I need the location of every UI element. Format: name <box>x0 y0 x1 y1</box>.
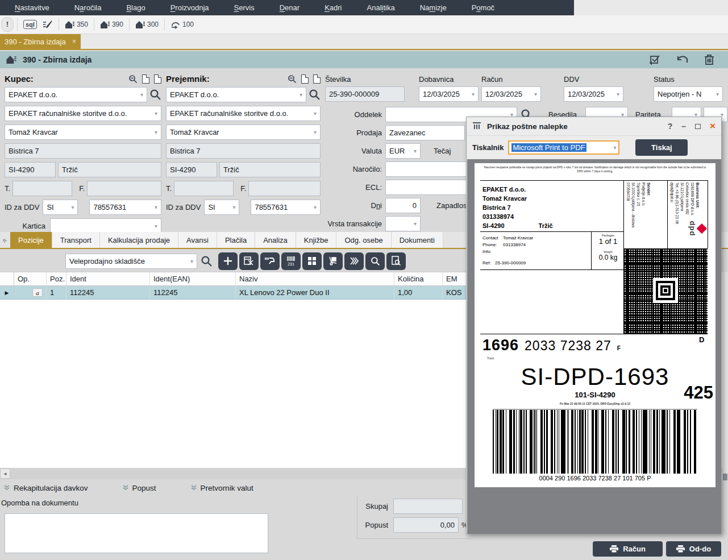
grid-view-button[interactable] <box>302 252 322 270</box>
print-oddo-button[interactable]: Od-do <box>666 541 721 557</box>
warehouse-390-button[interactable]: 390 <box>98 17 126 32</box>
status-combo[interactable]: Nepotrjen - N <box>654 86 723 102</box>
tab-placila[interactable]: Plačila <box>217 232 255 248</box>
alert-button[interactable]: ! <box>1 17 14 32</box>
undo-icon[interactable] <box>676 55 689 65</box>
search-icon[interactable] <box>149 89 161 101</box>
zoom-search-icon[interactable] <box>128 74 138 84</box>
col-op[interactable]: Op. <box>14 272 47 286</box>
prejemnik-contact-combo[interactable]: Tomaž Kravcar <box>166 125 321 140</box>
exchange-100-button[interactable]: 100 <box>168 17 196 32</box>
tab-odg-osebe[interactable]: Odg. osebe <box>336 232 391 248</box>
cell-op[interactable]: a <box>14 286 47 300</box>
vertical-scrollbar[interactable] <box>722 272 728 479</box>
cell-ident[interactable]: 112245 <box>66 286 150 300</box>
popust-field[interactable]: 0,00 <box>393 517 459 533</box>
prejemnik-post-field[interactable]: SI-4290 <box>166 162 217 177</box>
handtruck-button[interactable] <box>323 252 343 270</box>
prejemnik-city-field[interactable]: Tržič <box>219 162 321 177</box>
delete-icon[interactable] <box>704 54 714 65</box>
menu-narocila[interactable]: Naročila <box>62 0 114 15</box>
racun-date-combo[interactable]: 12/03/2025 <box>481 86 541 102</box>
kupec-contact-combo[interactable]: Tomaž Kravcar <box>5 125 161 140</box>
barcode-231-button[interactable]: 231 <box>281 252 301 270</box>
skupaj-field[interactable] <box>393 499 463 514</box>
tiskaj-button[interactable]: Tiskaj <box>635 139 688 156</box>
copy-document-icon[interactable] <box>154 74 161 84</box>
valuta-combo[interactable]: EUR <box>385 143 421 159</box>
kupec-vat-number-combo[interactable]: 78557631 <box>89 200 161 215</box>
tab-knjizbe[interactable]: Knjižbe <box>296 232 337 248</box>
window-tab-390[interactable]: 390 - Zbirna izdaja × <box>0 34 81 49</box>
kupec-t-field[interactable] <box>13 181 72 196</box>
prejemnik-vat-prefix-combo[interactable]: SI <box>204 200 239 215</box>
cell-ident-ean[interactable]: 112245 <box>150 286 236 300</box>
expander-popust[interactable]: Popust <box>122 484 156 492</box>
cell-naziv[interactable]: XL Lenovo 22 Power Duo II <box>236 286 394 300</box>
warehouse-combo[interactable]: Veleprodajno skladišče <box>65 254 197 269</box>
dialog-titlebar[interactable]: Prikaz poštne nalepke ? – × <box>467 117 721 136</box>
col-poz[interactable]: Poz. <box>47 272 66 286</box>
tab-avansi[interactable]: Avansi <box>178 232 217 248</box>
dobavnica-date-combo[interactable]: 12/03/2025 <box>419 86 479 102</box>
close-icon[interactable]: × <box>710 121 715 132</box>
prejemnik-company-combo[interactable]: EPAKET računalniške storitve d.o.o. <box>166 106 321 121</box>
kartica-combo[interactable] <box>50 218 161 234</box>
kupec-address-field[interactable]: Bistrica 7 <box>5 143 161 159</box>
printer-combo[interactable]: Microsoft Print to PDF <box>508 140 619 155</box>
search-row-button[interactable] <box>365 252 385 270</box>
minimize-icon[interactable]: – <box>681 122 686 131</box>
col-ident-ean[interactable]: Ident(EAN) <box>150 272 236 286</box>
stevilka-field[interactable]: 25-390-000009 <box>325 86 405 102</box>
new-document-icon[interactable] <box>142 74 149 84</box>
col-naziv[interactable]: Naziv <box>236 272 394 286</box>
prejemnik-address-field[interactable]: Bistrica 7 <box>166 143 321 159</box>
chevrons-button[interactable] <box>344 252 364 270</box>
new-document-icon[interactable] <box>301 74 309 84</box>
collapse-tabs-icon[interactable]: « <box>0 232 10 248</box>
expander-pretvornik[interactable]: Pretvornik valut <box>190 484 253 492</box>
kupec-vat-prefix-combo[interactable]: SI <box>43 200 78 215</box>
ddv-date-combo[interactable]: 12/03/2025 <box>564 86 623 102</box>
menu-pomoc[interactable]: Pomoč <box>459 0 507 15</box>
copy-document-icon[interactable] <box>313 74 321 84</box>
menu-namizje[interactable]: Namizje <box>407 0 459 15</box>
help-icon[interactable]: ? <box>668 122 673 131</box>
col-ident[interactable]: Ident <box>66 272 150 286</box>
prejemnik-vat-number-combo[interactable]: 78557631 <box>251 200 321 215</box>
menu-denar[interactable]: Denar <box>267 0 312 15</box>
menu-blago[interactable]: Blago <box>114 0 157 15</box>
menu-servis[interactable]: Servis <box>222 0 267 15</box>
scanner-button[interactable] <box>260 252 280 270</box>
warehouse-300-button[interactable]: 300 <box>133 17 161 32</box>
prejemnik-t-field[interactable] <box>174 181 234 196</box>
tab-kalkulacija-prodaje[interactable]: Kalkulacija prodaje <box>100 232 178 248</box>
kupec-name-combo[interactable]: EPAKET d.o.o. <box>5 87 147 102</box>
sql-button[interactable]: sql <box>21 17 39 32</box>
kupec-post-field[interactable]: SI-4290 <box>5 162 56 177</box>
kupec-city-field[interactable]: Tržič <box>58 162 161 177</box>
tab-transport[interactable]: Transport <box>52 232 100 248</box>
prodaja-field[interactable]: Zavezanec <box>385 125 465 140</box>
confirm-edit-icon[interactable] <box>648 54 661 65</box>
menu-proizvodnja[interactable]: Proizvodnja <box>158 0 222 15</box>
zoom-search-icon[interactable] <box>288 74 297 84</box>
tab-dokumenti[interactable]: Dokumenti <box>392 232 443 248</box>
opomba-textarea[interactable] <box>5 513 268 553</box>
prejemnik-f-field[interactable] <box>248 181 321 196</box>
dni-field[interactable]: 0 <box>385 198 421 213</box>
search-icon[interactable] <box>309 89 321 101</box>
print-racun-button[interactable]: Račun <box>593 541 663 557</box>
vrsta-transakcije-combo[interactable] <box>385 216 421 231</box>
tab-analiza[interactable]: Analiza <box>255 232 296 248</box>
warehouse-350-button[interactable]: 350 <box>63 17 90 32</box>
menu-kadri[interactable]: Kadri <box>312 0 354 15</box>
scroll-left-icon[interactable]: ◂ <box>0 468 10 479</box>
cell-kolicina[interactable]: 1,00 <box>394 286 443 300</box>
add-row-button[interactable] <box>218 252 238 270</box>
menu-nastavitve[interactable]: Nastavitve <box>2 0 62 15</box>
prejemnik-name-combo[interactable]: EPAKET d.o.o. <box>166 87 306 102</box>
kupec-company-combo[interactable]: EPAKET računalniške storitve d.o.o. <box>5 106 161 121</box>
menu-analitika[interactable]: Analitika <box>355 0 407 15</box>
maximize-icon[interactable] <box>695 124 701 129</box>
